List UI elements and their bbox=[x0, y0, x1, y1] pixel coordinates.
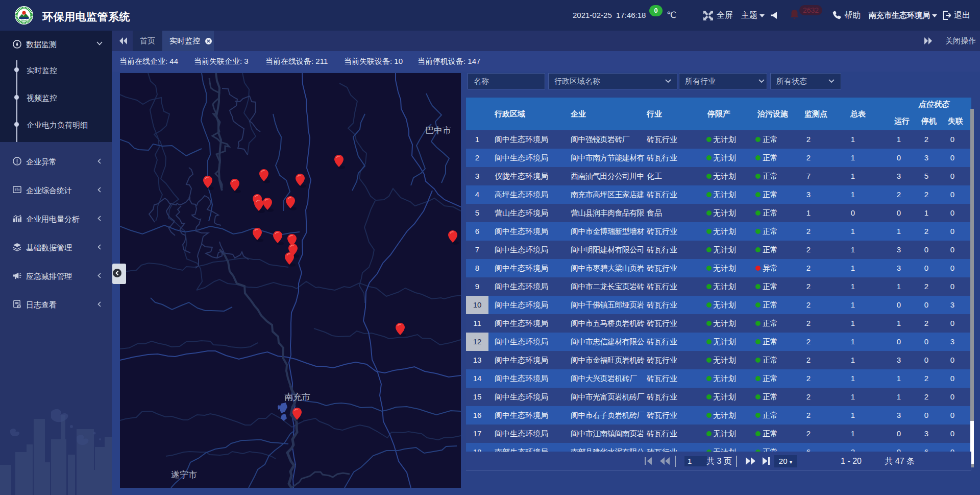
svg-text:南充市: 南充市 bbox=[284, 392, 310, 402]
svg-text:巴中市: 巴中市 bbox=[425, 126, 451, 135]
svg-text:遂宁市: 遂宁市 bbox=[171, 470, 197, 480]
